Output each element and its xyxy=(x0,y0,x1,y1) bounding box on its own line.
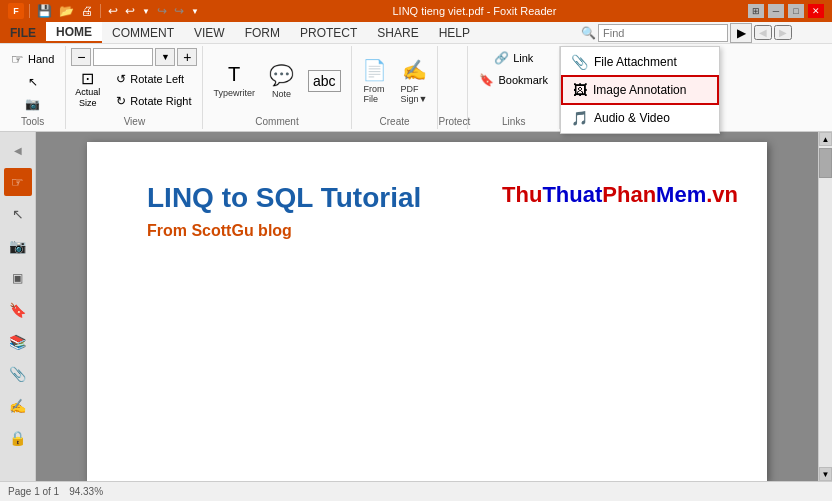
redo2-icon[interactable]: ↪ xyxy=(172,4,186,18)
redo-icon[interactable]: ↪ xyxy=(155,4,169,18)
sidebar-bookmark-button[interactable]: 🔖 xyxy=(4,296,32,324)
zoom-input[interactable]: 94.33% xyxy=(93,48,153,66)
actual-size-icon: ⊡ xyxy=(81,71,94,87)
grid-icon[interactable]: ⊞ xyxy=(748,4,764,18)
zoom-out-button[interactable]: − xyxy=(71,48,91,66)
sidebar-layers-button[interactable]: 📚 xyxy=(4,328,32,356)
textbox-icon: abc xyxy=(308,70,341,92)
undo2-icon[interactable]: ↩ xyxy=(123,4,137,18)
print-icon[interactable]: 🖨 xyxy=(79,4,95,18)
tools-label: Tools xyxy=(0,116,65,127)
title-left-icons: F 💾 📂 🖨 ↩ ↩ ▼ ↪ ↪ ▼ xyxy=(8,3,201,19)
scroll-thumb[interactable] xyxy=(819,148,832,178)
protect-label: Protect xyxy=(438,116,467,127)
sidebar-expand-button[interactable]: ◀ xyxy=(4,136,32,164)
sidebar-sign-button[interactable]: ✍ xyxy=(4,392,32,420)
main-area: ◀ ☞ ↖ 📷 ▣ 🔖 📚 📎 ✍ 🔒 ThuThuatPhanMem.vn L… xyxy=(0,132,832,481)
view-section: − 94.33% ▼ + ⊡ ActualSize ↺ Rotate Left xyxy=(66,46,203,129)
links-section: 🔗 Link 🔖 Bookmark Links xyxy=(468,46,560,129)
image-annotation-item[interactable]: 🖼 Image Annotation xyxy=(561,75,719,105)
maximize-button[interactable]: □ xyxy=(788,4,804,18)
actual-size-button[interactable]: ⊡ ActualSize xyxy=(70,68,105,112)
from-file-label: FromFile xyxy=(364,84,385,104)
search-input[interactable] xyxy=(598,24,728,42)
menu-comment[interactable]: COMMENT xyxy=(102,22,184,43)
link-button[interactable]: 🔗 Link xyxy=(487,48,540,68)
sidebar-attach-button[interactable]: 📎 xyxy=(4,360,32,388)
audio-video-icon: 🎵 xyxy=(571,110,588,126)
right-scrollbar[interactable]: ▲ ▼ xyxy=(818,132,832,481)
menu-view[interactable]: VIEW xyxy=(184,22,235,43)
undo-icon[interactable]: ↩ xyxy=(106,4,120,18)
nav-forward-button[interactable]: ▶ xyxy=(774,25,792,40)
scroll-up-button[interactable]: ▲ xyxy=(819,132,832,146)
bookmark-icon: 🔖 xyxy=(479,73,494,87)
left-sidebar: ◀ ☞ ↖ 📷 ▣ 🔖 📚 📎 ✍ 🔒 xyxy=(0,132,36,481)
bookmark-label: Bookmark xyxy=(498,74,548,86)
open-icon[interactable]: 📂 xyxy=(57,4,76,18)
from-file-icon: 📄 xyxy=(362,58,387,82)
zoom-status: 94.33% xyxy=(69,486,103,497)
from-file-button[interactable]: 📄 FromFile xyxy=(356,54,393,108)
comment-label: Comment xyxy=(203,116,350,127)
document-area[interactable]: ThuThuatPhanMem.vn LINQ to SQL Tutorial … xyxy=(36,132,818,481)
link-label: Link xyxy=(513,52,533,64)
note-button[interactable]: 💬 Note xyxy=(263,59,300,103)
rotate-right-label: Rotate Right xyxy=(130,95,191,107)
watermark-thu: Thu xyxy=(502,182,542,207)
rotate-right-icon: ↻ xyxy=(116,94,126,108)
sidebar-select-button[interactable]: ↖ xyxy=(4,200,32,228)
menu-share[interactable]: SHARE xyxy=(367,22,428,43)
close-button[interactable]: ✕ xyxy=(808,4,824,18)
tools-section: ☞ Hand ↖ 📷 Tools xyxy=(0,46,66,129)
status-bar: Page 1 of 1 94.33% xyxy=(0,481,832,501)
menu-file[interactable]: FILE xyxy=(0,22,46,43)
menu-help[interactable]: HELP xyxy=(429,22,480,43)
image-annotation-label: Image Annotation xyxy=(593,83,686,97)
file-attachment-item[interactable]: 📎 File Attachment xyxy=(561,49,719,75)
scroll-down-button[interactable]: ▼ xyxy=(819,467,832,481)
menu-form[interactable]: FORM xyxy=(235,22,290,43)
more-icon[interactable]: ▼ xyxy=(189,7,201,16)
watermark-thuat: Thuat xyxy=(542,182,602,207)
document-subtitle: From ScottGu blog xyxy=(147,222,707,240)
sidebar-snapshot-button[interactable]: 📷 xyxy=(4,232,32,260)
pdf-sign-icon: ✍ xyxy=(402,58,427,82)
protect-section: Protect xyxy=(438,46,468,129)
menu-protect[interactable]: PROTECT xyxy=(290,22,367,43)
dropdown-icon[interactable]: ▼ xyxy=(140,7,152,16)
zoom-dropdown-button[interactable]: ▼ xyxy=(155,48,175,66)
zoom-in-button[interactable]: + xyxy=(177,48,197,66)
pdf-sign-button[interactable]: ✍ PDFSign▼ xyxy=(395,54,434,108)
minimize-button[interactable]: ─ xyxy=(768,4,784,18)
bookmark-button[interactable]: 🔖 Bookmark xyxy=(472,70,555,90)
rotate-group: ↺ Rotate Left ↻ Rotate Right xyxy=(109,69,198,111)
sidebar-hand-button[interactable]: ☞ xyxy=(4,168,32,196)
note-label: Note xyxy=(272,89,291,99)
sidebar-lock-button[interactable]: 🔒 xyxy=(4,424,32,452)
file-attachment-label: File Attachment xyxy=(594,55,677,69)
nav-back-button[interactable]: ◀ xyxy=(754,25,772,40)
pdf-sign-label: PDFSign▼ xyxy=(401,84,428,104)
snapshot-tool-button[interactable]: 📷 xyxy=(18,94,47,114)
rotate-left-button[interactable]: ↺ Rotate Left xyxy=(109,69,198,89)
typewriter-button[interactable]: T Typewriter xyxy=(207,59,261,102)
insert-dropdown: 📎 File Attachment 🖼 Image Annotation 🎵 A… xyxy=(560,46,720,134)
watermark-vn: .vn xyxy=(706,182,738,207)
scroll-track[interactable] xyxy=(819,146,832,467)
select-tool-button[interactable]: ↖ xyxy=(21,72,45,92)
text-box-button[interactable]: abc xyxy=(302,66,347,96)
menu-home[interactable]: HOME xyxy=(46,22,102,43)
link-icon: 🔗 xyxy=(494,51,509,65)
hand-tool-button[interactable]: ☞ Hand xyxy=(4,48,61,70)
note-icon: 💬 xyxy=(269,63,294,87)
save-icon[interactable]: 💾 xyxy=(35,4,54,18)
audio-video-item[interactable]: 🎵 Audio & Video xyxy=(561,105,719,131)
watermark-mem: Mem xyxy=(656,182,706,207)
rotate-right-button[interactable]: ↻ Rotate Right xyxy=(109,91,198,111)
search-go-button[interactable]: ▶ xyxy=(730,23,752,43)
watermark: ThuThuatPhanMem.vn xyxy=(502,182,738,208)
search-icon: 🔍 xyxy=(581,26,596,40)
audio-video-label: Audio & Video xyxy=(594,111,670,125)
sidebar-highlight-button[interactable]: ▣ xyxy=(4,264,32,292)
